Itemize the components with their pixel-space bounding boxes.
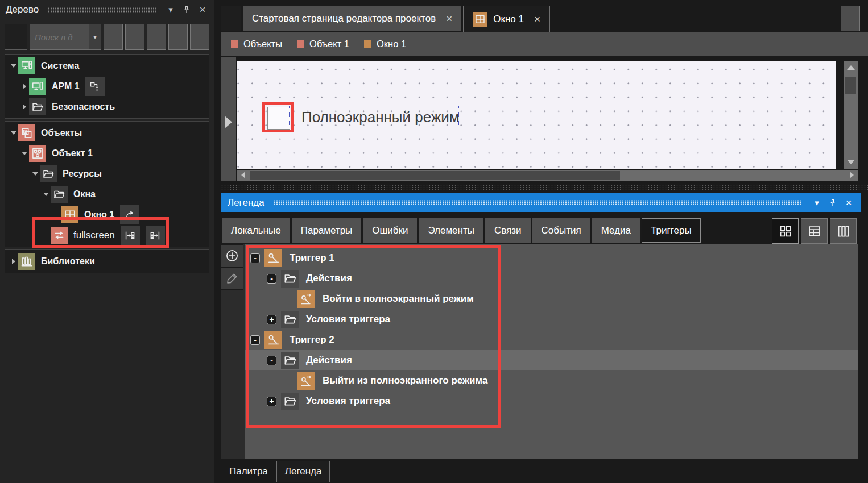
expander-open-icon[interactable]	[9, 64, 18, 68]
edit-button[interactable]	[221, 267, 243, 290]
tab-events[interactable]: События	[532, 218, 590, 243]
collapse-all-button[interactable]	[104, 24, 123, 50]
search-input[interactable]	[30, 24, 89, 50]
deploy-button[interactable]	[85, 77, 105, 96]
tree-item-window-1[interactable]: Окно 1	[5, 205, 209, 225]
bottom-tab-palette[interactable]: Палитра	[221, 461, 276, 482]
doc-tab-start-page[interactable]: Стартовая страница редактора проектов×	[243, 6, 461, 31]
scroll-right-icon[interactable]	[850, 172, 854, 178]
collapse-icon[interactable]: -	[267, 356, 276, 365]
tree-item-system[interactable]: Система	[5, 56, 209, 76]
expand-icon[interactable]: +	[267, 315, 276, 324]
expander-open-icon[interactable]	[19, 152, 29, 155]
tab-errors[interactable]: Ошибки	[363, 218, 417, 243]
collapse-icon[interactable]: -	[250, 253, 260, 263]
bottom-tab-legend[interactable]: Легенда	[276, 461, 330, 482]
breadcrumb-item-object-1[interactable]: Объект 1	[297, 39, 349, 49]
panel-menu-caret-icon[interactable]: ▾	[165, 5, 176, 15]
search-next-button[interactable]	[190, 24, 209, 50]
drag-handle[interactable]	[274, 200, 802, 205]
tree-item-arm-1[interactable]: АРМ 1	[5, 76, 209, 97]
scroll-up-icon[interactable]	[847, 65, 855, 70]
legend-item-trigger-1[interactable]: -Триггер 1	[245, 248, 858, 268]
scroll-down-icon[interactable]	[847, 160, 855, 164]
layout-table-button[interactable]	[801, 218, 828, 244]
legend-item-actions-2[interactable]: -Действия	[245, 350, 858, 370]
tree-item-fullscreen[interactable]: fullscreen	[5, 225, 209, 245]
jump-button[interactable]	[120, 205, 139, 224]
tree-item-resources[interactable]: Ресурсы	[5, 164, 209, 184]
canvas-expander-strip[interactable]	[221, 57, 236, 181]
link-in-button[interactable]	[121, 226, 140, 245]
breadcrumb-item-window-1[interactable]: Окно 1	[364, 39, 406, 49]
breadcrumb: ОбъектыОбъект 1Окно 1	[221, 32, 868, 56]
drag-handle[interactable]	[48, 7, 156, 13]
legend-item-enter-fullscreen[interactable]: Войти в полноэкранный режим	[245, 289, 858, 309]
doc-tab-window-1[interactable]: Окно 1×	[463, 6, 550, 32]
horizontal-scrollbar[interactable]	[237, 170, 858, 181]
close-icon[interactable]: ×	[843, 197, 854, 209]
expand-icon[interactable]: +	[267, 397, 276, 406]
expander-closed-icon[interactable]	[9, 259, 18, 264]
horizontal-splitter[interactable]	[221, 184, 868, 191]
search-button[interactable]	[147, 24, 166, 50]
tab-elements[interactable]: Элементы	[419, 218, 483, 243]
horizontal-scroll-thumb[interactable]	[250, 171, 620, 180]
legend-item-exit-fullscreen[interactable]: Выйти из полноэкранного режима	[245, 370, 858, 391]
add-trigger-button[interactable]	[221, 244, 243, 267]
close-tab-icon[interactable]: ×	[534, 13, 540, 26]
layout-columns-button[interactable]	[830, 218, 857, 244]
tab-list-button[interactable]	[221, 6, 241, 31]
document-tabs: Стартовая страница редактора проектов×Ок…	[243, 6, 550, 31]
checkbox-element[interactable]	[267, 107, 290, 130]
folder-icon	[29, 98, 46, 115]
tree-group: Библиотеки	[5, 249, 209, 273]
vertical-scrollbar[interactable]	[844, 61, 858, 169]
pin-icon[interactable]	[181, 5, 192, 14]
legend-item-conditions-2[interactable]: +Условия триггера	[245, 391, 858, 411]
scroll-left-icon[interactable]	[241, 172, 245, 178]
tree-item-libraries[interactable]: Библиотеки	[5, 251, 209, 272]
tree-item-security[interactable]: Безопасность	[5, 97, 209, 117]
document-tabbar: Стартовая страница редактора проектов×Ок…	[221, 6, 868, 31]
tree-view-button[interactable]	[5, 24, 27, 50]
doc-tab-label: Стартовая страница редактора проектов	[252, 13, 436, 24]
selection-outline[interactable]: Полноэкранный режим	[289, 106, 459, 128]
legend-panel: Легенда ▾ × ЛокальныеПараметрыОшибкиЭлем…	[221, 193, 861, 483]
search-dropdown-button[interactable]: ▾	[89, 24, 101, 50]
link-out-button[interactable]	[146, 226, 165, 245]
panel-menu-caret-icon[interactable]: ▾	[811, 198, 822, 208]
search-prev-button[interactable]	[168, 24, 188, 50]
legend-panel-header: Легенда ▾ ×	[221, 193, 861, 212]
pin-icon[interactable]	[827, 198, 838, 207]
window-icon	[473, 12, 487, 27]
tab-triggers[interactable]: Триггеры	[642, 218, 701, 243]
expander-closed-icon[interactable]	[19, 104, 29, 110]
design-canvas[interactable]: Полноэкранный режим	[237, 61, 836, 169]
close-tab-icon[interactable]: ×	[446, 13, 452, 25]
layout-grid-button[interactable]	[772, 218, 799, 244]
tree-item-objects[interactable]: Объекты	[5, 123, 209, 143]
filter-button[interactable]	[125, 24, 144, 50]
close-icon[interactable]: ×	[197, 3, 208, 16]
legend-item-conditions-1[interactable]: +Условия триггера	[245, 309, 858, 330]
tab-parameters[interactable]: Параметры	[292, 218, 362, 243]
legend-item-trigger-2[interactable]: -Триггер 2	[245, 330, 858, 350]
expander-closed-icon[interactable]	[19, 84, 29, 89]
expander-open-icon[interactable]	[41, 193, 51, 196]
collapse-tabs-button[interactable]	[841, 6, 860, 31]
tab-media[interactable]: Медиа	[592, 218, 640, 243]
tab-local[interactable]: Локальные	[222, 218, 290, 243]
collapse-icon[interactable]: -	[267, 274, 276, 284]
tree-item-windows[interactable]: Окна	[5, 184, 209, 205]
tab-links[interactable]: Связи	[485, 218, 531, 243]
legend-side-toolbar	[221, 244, 245, 459]
tree-item-object-1[interactable]: Объект 1	[5, 143, 209, 164]
collapse-icon[interactable]: -	[250, 335, 260, 345]
legend-item-actions-1[interactable]: -Действия	[245, 268, 858, 289]
expander-open-icon[interactable]	[30, 172, 40, 176]
expander-open-icon[interactable]	[9, 131, 18, 135]
folder-icon	[281, 270, 299, 288]
breadcrumb-item-objects[interactable]: Объекты	[231, 39, 282, 49]
vertical-scroll-thumb[interactable]	[845, 77, 856, 94]
